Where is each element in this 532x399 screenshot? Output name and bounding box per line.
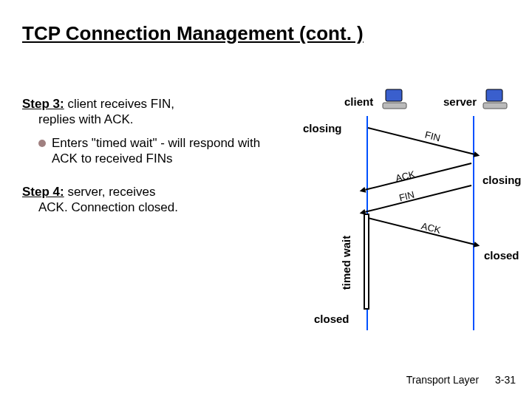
msg-fin2: FIN bbox=[398, 189, 415, 204]
svg-rect-1 bbox=[383, 103, 406, 109]
step3-block: Step 3: client receives FIN, replies wit… bbox=[22, 96, 273, 166]
left-text-column: Step 3: client receives FIN, replies wit… bbox=[22, 96, 273, 216]
computer-icon bbox=[482, 88, 510, 112]
footer-layer: Transport Layer bbox=[406, 374, 479, 386]
msg-ack2: ACK bbox=[420, 220, 443, 236]
state-closed-client: closed bbox=[314, 313, 349, 325]
svg-rect-0 bbox=[386, 89, 402, 101]
slide-footer: Transport Layer 3-31 bbox=[406, 374, 516, 386]
server-lifeline bbox=[473, 116, 474, 330]
svg-rect-2 bbox=[486, 89, 502, 101]
step3-bullet: Enters "timed wait" - will respond with … bbox=[38, 135, 273, 167]
timed-wait-box bbox=[364, 214, 369, 310]
svg-rect-3 bbox=[483, 103, 507, 109]
step4-line1: server, receives bbox=[64, 185, 156, 199]
client-label: client bbox=[344, 95, 373, 108]
step4-line2: ACK. Connection closed. bbox=[38, 200, 273, 215]
step4-header: Step 4: bbox=[22, 185, 64, 199]
slide-title: TCP Connection Management (cont. ) bbox=[22, 22, 364, 45]
step3-line1: client receives FIN, bbox=[64, 97, 174, 111]
state-closing-client: closing bbox=[303, 122, 342, 134]
server-label: server bbox=[443, 95, 477, 108]
state-closed-server: closed bbox=[484, 249, 519, 262]
step3-header: Step 3: bbox=[22, 97, 64, 111]
sequence-diagram: client server closing FIN ACK closing FI… bbox=[281, 92, 517, 336]
step4-block: Step 4: server, receives ACK. Connection… bbox=[22, 184, 273, 216]
footer-page-number: 3-31 bbox=[495, 374, 516, 386]
state-closing-server: closing bbox=[482, 174, 522, 186]
msg-ack1: ACK bbox=[395, 168, 417, 184]
step3-line2: replies with ACK. bbox=[38, 112, 273, 127]
computer-icon bbox=[381, 88, 409, 112]
timed-wait-label: timed wait bbox=[340, 236, 352, 290]
